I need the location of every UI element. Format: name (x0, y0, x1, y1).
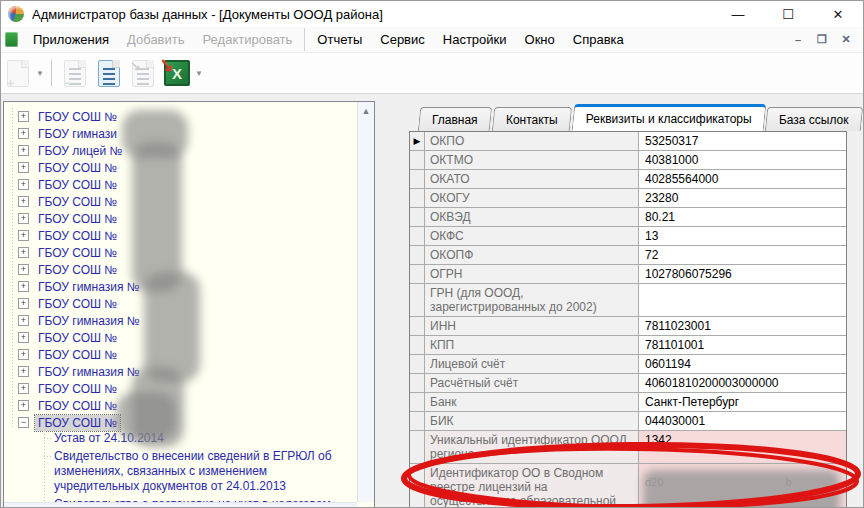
grid-row: ОКТМО40381000 (410, 151, 846, 170)
grid-row: Лицевой счёт0601194 (410, 355, 846, 374)
mdi-close-button[interactable]: ✕ (837, 32, 855, 48)
grid-row: ОГРН1027806075296 (410, 265, 846, 284)
expand-icon[interactable]: + (18, 145, 29, 156)
row-indicator[interactable] (410, 355, 425, 373)
row-indicator[interactable] (410, 412, 425, 430)
field-value[interactable]: 53250317 (639, 132, 846, 150)
row-indicator[interactable] (410, 246, 425, 264)
field-value[interactable]: 80.21 (639, 208, 846, 226)
tree-item-label: ГБОУ СОШ № (35, 296, 120, 312)
expand-icon[interactable]: + (18, 196, 29, 207)
row-indicator[interactable] (410, 431, 425, 463)
export-excel-button[interactable]: Х↘ (160, 56, 194, 90)
tab-label: Контакты (506, 113, 558, 127)
field-value[interactable]: 40381000 (639, 151, 846, 169)
row-indicator[interactable] (410, 151, 425, 169)
expand-icon[interactable]: + (18, 332, 29, 343)
mdi-restore-button[interactable]: ❐ (813, 32, 831, 48)
toolbar: ＋▼－↘Х↘▼ (1, 53, 863, 94)
tree-document-item[interactable]: Свидетельство о внесении сведений в ЕГРЮ… (54, 449, 354, 494)
menu-item-сервис[interactable]: Сервис (371, 28, 434, 51)
tree-item-label: ГБОУ СОШ № (35, 109, 120, 125)
expand-icon[interactable]: + (18, 281, 29, 292)
expand-icon[interactable]: + (18, 298, 29, 309)
view-report-button[interactable] (92, 56, 126, 90)
menu-item-отчеты[interactable]: Отчеты (304, 28, 371, 51)
tab-3[interactable]: Реквизиты и классификаторы (571, 104, 766, 131)
current-row-indicator[interactable]: ▶ (410, 132, 425, 150)
collapse-icon[interactable]: − (18, 417, 29, 428)
expand-icon[interactable]: + (18, 111, 29, 122)
expand-icon[interactable]: + (18, 230, 29, 241)
tree-vertical-scrollbar[interactable]: ▲ (357, 102, 374, 502)
minimize-button[interactable]: — (713, 1, 763, 27)
expand-icon[interactable]: + (18, 366, 29, 377)
field-value[interactable]: Санкт-Петербург (639, 393, 846, 411)
excel-export-icon: Х↘ (164, 60, 190, 86)
expand-icon[interactable]: + (18, 128, 29, 139)
menu-item-окно[interactable]: Окно (516, 28, 564, 51)
mdi-minimize-button[interactable]: – (789, 32, 807, 48)
menu-item-справка[interactable]: Справка (564, 28, 633, 51)
grid-row: Расчётный счёт40601810200003000000 (410, 374, 846, 393)
row-indicator[interactable] (410, 189, 425, 207)
dropdown-caret-icon[interactable]: ▼ (194, 56, 204, 90)
row-indicator[interactable] (410, 170, 425, 188)
expand-icon[interactable]: + (18, 264, 29, 275)
field-value[interactable]: 781101001 (639, 336, 846, 354)
tab-2[interactable]: Контакты (491, 107, 571, 131)
document-tree-panel: +ГБОУ СОШ №+ГБОУ гимнази+ГБОУ лицей №+ГБ… (3, 101, 375, 508)
tab-1[interactable]: Главная (418, 107, 492, 131)
field-label: ОКВЭД (425, 208, 639, 226)
expand-icon[interactable]: + (18, 162, 29, 173)
field-label: ГРН (для ОООД, зарегистрированных до 200… (425, 284, 639, 316)
field-value[interactable]: 1342 (639, 431, 846, 463)
close-button[interactable]: ✕ (813, 1, 863, 27)
tree-item-label: ГБОУ гимназия № (35, 279, 143, 295)
grid-row: ОКАТО40285564000 (410, 170, 846, 189)
dropdown-caret-icon[interactable]: ▼ (35, 56, 45, 90)
row-indicator[interactable] (410, 284, 425, 316)
grid-row: ГРН (для ОООД, зарегистрированных до 200… (410, 284, 846, 317)
expand-icon[interactable]: + (18, 247, 29, 258)
field-value[interactable]: 72 (639, 246, 846, 264)
preview-document-button: ↘ (126, 56, 160, 90)
tree-horizontal-scrollbar[interactable] (4, 502, 357, 508)
tree-document-item[interactable]: Устав от 24.10.2014 (54, 431, 354, 446)
row-indicator[interactable] (410, 317, 425, 335)
tree-item-label: ГБОУ СОШ № (35, 381, 120, 397)
scroll-up-icon[interactable]: ▲ (358, 102, 374, 119)
row-indicator[interactable] (410, 227, 425, 245)
field-value[interactable]: 7811023001 (639, 317, 846, 335)
field-label: ОКТМО (425, 151, 639, 169)
field-value[interactable]: 0601194 (639, 355, 846, 373)
field-value[interactable]: 13 (639, 227, 846, 245)
row-indicator[interactable] (410, 374, 425, 392)
field-value[interactable] (639, 284, 846, 316)
expand-icon[interactable]: + (18, 349, 29, 360)
expand-icon[interactable]: + (18, 179, 29, 190)
expand-icon[interactable]: + (18, 315, 29, 326)
field-value[interactable]: 40601810200003000000 (639, 374, 846, 392)
field-value[interactable]: 23280 (639, 189, 846, 207)
maximize-button[interactable]: ☐ (763, 1, 813, 27)
menu-item-настройки[interactable]: Настройки (434, 28, 516, 51)
tab-label: Главная (432, 113, 478, 127)
row-indicator[interactable] (410, 336, 425, 354)
row-indicator[interactable] (410, 208, 425, 226)
row-indicator[interactable] (410, 393, 425, 411)
row-indicator[interactable] (410, 265, 425, 283)
field-value[interactable]: 044030001 (639, 412, 846, 430)
expand-icon[interactable]: + (18, 383, 29, 394)
field-label: КПП (425, 336, 639, 354)
menu-item-приложения[interactable]: Приложения (24, 28, 118, 51)
tree-item-label: ГБОУ гимнази (35, 126, 120, 142)
grid-row: ОКОГУ23280 (410, 189, 846, 208)
field-value[interactable]: d20 b (639, 464, 846, 508)
field-value[interactable]: 1027806075296 (639, 265, 846, 283)
expand-icon[interactable]: + (18, 400, 29, 411)
field-value[interactable]: 40285564000 (639, 170, 846, 188)
tab-4[interactable]: База ссылок (765, 107, 863, 131)
row-indicator[interactable] (410, 464, 425, 508)
expand-icon[interactable]: + (18, 213, 29, 224)
